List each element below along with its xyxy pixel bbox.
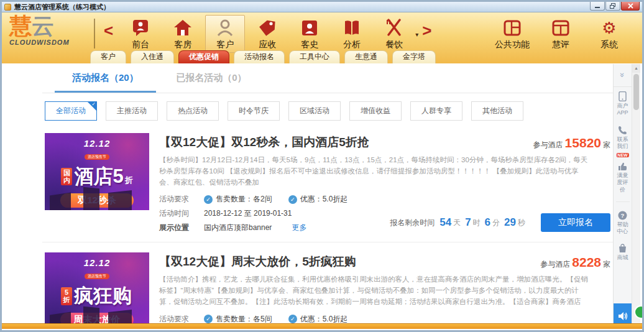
check-icon: ✓: [204, 195, 213, 204]
countdown-hours: 7: [465, 216, 471, 229]
activity-thumbnail[interactable]: 12.12 酒店预售节 国内 酒店5 折 双12秒杀: [45, 133, 149, 210]
id-card-icon: [300, 19, 319, 37]
sidebar-item-satisfaction[interactable]: NEW 满意度评价: [614, 154, 632, 198]
nav-divider: [94, 19, 95, 48]
app-window: 慧云酒店管理系统（练习模式） 慧云 CLOUDWISDOM <: [0, 0, 644, 332]
corner-check-icon: ✓: [91, 101, 96, 107]
nav-item-guest-history[interactable]: 客史: [290, 15, 329, 53]
close-icon: [628, 3, 633, 9]
filter-all[interactable]: 全部活动✓: [45, 101, 97, 121]
filter-bar: 全部活动✓ 主推活动 热点活动 时令节庆 区域活动 增值收益 人群专享 其他活动: [45, 101, 613, 121]
phone-icon: [618, 126, 627, 135]
gears-icon: ⚙: [587, 19, 632, 37]
subtab-bar: 活动报名（20） 已报名活动（0）: [42, 64, 613, 93]
house-icon: [173, 19, 192, 37]
check-icon: ✓: [204, 315, 213, 323]
nav-item-system[interactable]: ⚙ 系统: [586, 15, 632, 53]
sidebar-divider: [616, 201, 630, 206]
filter-other[interactable]: 其他活动: [471, 101, 523, 121]
thumbs-up-icon: [618, 162, 627, 171]
tab-promotions[interactable]: 优惠促销: [178, 50, 229, 63]
countdown-seconds: 29: [504, 216, 516, 229]
person-icon: [216, 19, 234, 37]
more-link[interactable]: 更多: [292, 223, 306, 233]
sidebar-item-merchant-app[interactable]: 商户APP: [614, 87, 632, 121]
bottom-highlight-bar: [2, 323, 642, 329]
sidebar-item-help-center[interactable]: ? 帮助中心: [614, 206, 632, 240]
window-title: 慧云酒店管理系统（练习模式）: [14, 2, 110, 12]
tab-activity-signup[interactable]: 活动报名: [234, 50, 285, 63]
activity-thumbnail[interactable]: 12.12 酒店预售节 5折 疯狂购 周末大放价: [45, 252, 149, 328]
window-controls: [590, 2, 640, 11]
sidebar-collapse-button[interactable]: »: [614, 64, 632, 87]
tab-pyramid[interactable]: 金字塔: [392, 50, 436, 63]
nav-next-arrow[interactable]: >: [418, 15, 438, 40]
tab-checkin[interactable]: 入住通: [131, 50, 174, 63]
smartphone-icon: [619, 91, 627, 101]
price-tag-icon: [258, 19, 277, 37]
activity-description: 【秒杀时间】12月12日-12月14日，每天5场，9点，11点，13点，15点，…: [159, 155, 588, 188]
svg-text:?: ?: [621, 212, 625, 219]
utility-sidebar: » 商户APP 联系我们 NEW 满意度评价 ?: [613, 64, 632, 328]
app-logo-icon: [4, 4, 11, 11]
logo-cn-hui: 慧: [9, 13, 32, 39]
nav-item-receivables[interactable]: 应收: [247, 15, 287, 53]
open-book-icon: [343, 19, 361, 37]
nav-item-analysis[interactable]: 分析: [332, 15, 372, 53]
check-icon: ✓: [288, 315, 297, 323]
panel-icon: [503, 19, 522, 37]
brand-logo: 慧云 CLOUDWISDOM: [2, 15, 94, 46]
sidebar-item-mall[interactable]: 商城: [614, 239, 632, 265]
activity-description: 【活动简介】携程，艺龙，去哪儿联合征集，利用优惠价格吸引周末出游的客人，意在提高…: [159, 274, 588, 307]
sidebar-item-contact-us[interactable]: 联系我们: [614, 121, 632, 155]
top-navbar: 慧云 CLOUDWISDOM < 前台 客房: [2, 12, 642, 63]
nav-item-frontdesk[interactable]: 前台: [121, 15, 160, 53]
restore-button[interactable]: [605, 2, 620, 11]
check-icon: ✓: [288, 195, 297, 204]
filter-value-added[interactable]: 增值收益: [349, 101, 402, 121]
filter-featured[interactable]: 主推活动: [106, 101, 158, 121]
tab-customer[interactable]: 客户: [90, 50, 126, 63]
nav-item-rooms[interactable]: 客房: [163, 15, 203, 53]
filter-seasonal[interactable]: 时令节庆: [228, 101, 280, 121]
vertical-scrollbar[interactable]: ▲: [632, 64, 640, 328]
countdown-minutes: 6: [485, 216, 490, 229]
countdown-days: 54: [439, 216, 451, 229]
subtab-registered[interactable]: 已报名活动（0）: [159, 72, 264, 91]
close-button[interactable]: [621, 2, 640, 11]
minimize-icon: [594, 4, 600, 9]
nav-item-customers[interactable]: 客户: [205, 15, 245, 53]
nav-prev-arrow[interactable]: <: [100, 15, 119, 40]
logo-en: CLOUDWISDOM: [9, 39, 94, 46]
participating-hotels: 参与酒店8228家: [540, 255, 610, 270]
filter-audience[interactable]: 人群专享: [410, 101, 462, 121]
main-content: 活动报名（20） 已报名活动（0） 全部活动✓ 主推活动 热点活动 时令节庆 区…: [4, 64, 613, 328]
cutlery-icon: [385, 19, 403, 37]
subtab-activity-signup[interactable]: 活动报名（20）: [55, 72, 156, 93]
new-badge: NEW: [616, 153, 628, 157]
scroll-up-arrow[interactable]: ▲: [632, 64, 640, 73]
activity-card: 12.12 酒店预售节 5折 疯狂购 周末大放价 【双12大促】周末大放价，5折…: [42, 242, 613, 328]
activity-card: 12.12 酒店预售节 国内 酒店5 折 双12秒杀 【双12大促】双12秒杀，…: [42, 123, 613, 242]
tab-tool-center[interactable]: 工具中心: [289, 50, 340, 63]
module-tabs: 客户 入住通 优惠促销 活动报名 工具中心 生意通 金字塔: [90, 50, 436, 63]
scrollbar-thumb[interactable]: [633, 74, 639, 110]
title-bar: 慧云酒店管理系统（练习模式）: [2, 2, 642, 12]
nav-item-dining[interactable]: 餐饮: [374, 15, 414, 53]
filter-hot[interactable]: 热点活动: [167, 101, 219, 121]
nav-item-public-functions[interactable]: 公共功能: [489, 15, 535, 53]
tab-business[interactable]: 生意通: [344, 50, 388, 63]
chevron-collapse-icon: »: [618, 73, 627, 77]
filter-regional[interactable]: 区域活动: [288, 101, 341, 121]
nav-item-huiping[interactable]: 慧评: [538, 15, 584, 53]
question-icon: ?: [618, 211, 627, 220]
shopping-bag-icon: [618, 244, 627, 253]
speaker-icon: [618, 311, 628, 321]
chat-person-icon: [131, 19, 150, 37]
minimize-button[interactable]: [590, 2, 605, 11]
restore-icon: [610, 3, 616, 9]
chat-bubble-icon[interactable]: [634, 305, 644, 319]
panel-icon: [551, 19, 570, 37]
apply-now-button[interactable]: 立即报名: [541, 213, 610, 232]
logo-cn-yun: 云: [32, 13, 54, 39]
